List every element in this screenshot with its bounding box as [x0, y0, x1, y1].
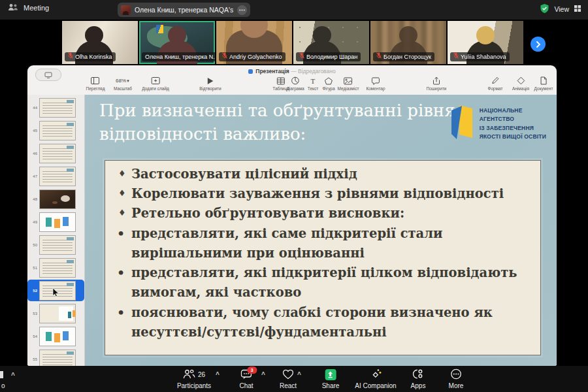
slide-thumb[interactable]: 46: [27, 142, 84, 164]
participant-tile[interactable]: Богдан Сторощук: [370, 21, 446, 64]
share-button[interactable]: Share: [322, 369, 340, 389]
participant-tile[interactable]: Andriy Golyachenko: [216, 21, 292, 64]
slide-mini-preview[interactable]: [39, 350, 76, 367]
chat-label: Chat: [239, 382, 253, 389]
slide-mini-preview[interactable]: [39, 304, 76, 323]
toolbar-share-button[interactable]: Поширити: [427, 76, 447, 91]
video-thumbnail-strip: Olha KorinskaОлена Книш, тренерка N...An…: [62, 21, 523, 64]
ai-companion-button[interactable]: AI Companion: [355, 369, 396, 389]
toolbar-media-button[interactable]: Медіазміст: [338, 76, 359, 91]
toolbar-format-button[interactable]: Формат: [487, 76, 502, 91]
view-label[interactable]: View: [554, 5, 569, 13]
keynote-app-icon: [248, 69, 253, 74]
bullet-marker: ♦: [118, 187, 126, 200]
speaker-more-icon[interactable]: [237, 5, 247, 15]
slide-thumb[interactable]: 44: [27, 97, 84, 118]
chat-caret[interactable]: ^: [261, 372, 265, 378]
slide-bullet: •представляти, які саме підкритерії стал…: [114, 224, 531, 263]
more-button[interactable]: More: [449, 369, 464, 389]
toolbar-document-button[interactable]: Документ: [534, 76, 553, 91]
window-title-text: Презентація: [255, 68, 289, 74]
slide-thumb[interactable]: 54: [27, 325, 84, 347]
react-caret[interactable]: ^: [297, 372, 301, 378]
participants-gallery-icon: [8, 3, 18, 12]
slide-mini-preview[interactable]: [39, 189, 76, 209]
slide-mini-preview[interactable]: [39, 235, 76, 255]
toolbar-chart-button[interactable]: Діаграма: [286, 76, 304, 91]
toolbar-share-icon: [433, 76, 440, 86]
toolbar-text-button[interactable]: TТекст: [308, 76, 318, 91]
slide-bullet: •пояснювати, чому слабкі сторони визначе…: [114, 303, 531, 342]
slide-thumbnail-sidebar[interactable]: 444546474849505152535455: [27, 95, 85, 366]
bullet-text: представляти, які саме підкритерії стали…: [131, 226, 442, 261]
slide-mini-preview[interactable]: [39, 212, 76, 232]
more-icon: [450, 368, 461, 381]
participant-tile[interactable]: Yuliia Shabanova: [448, 21, 523, 64]
slide-thumb[interactable]: 50: [27, 234, 84, 255]
toolbar-play-button[interactable]: Відтворити: [199, 76, 221, 91]
chat-button[interactable]: 3 Chat: [239, 369, 253, 389]
toolbar-zoom-button[interactable]: 68% ▼Масштаб: [114, 76, 132, 91]
participants-button[interactable]: 26 Participants: [177, 369, 211, 389]
slide-mini-preview[interactable]: [39, 98, 76, 118]
participant-tile[interactable]: Володимир Шаран: [293, 21, 369, 64]
encryption-shield-icon[interactable]: [540, 3, 549, 15]
apps-button[interactable]: Apps: [411, 369, 426, 389]
slide-thumb[interactable]: 45: [27, 120, 84, 141]
bullet-text: Застосовувати цілісний підхід: [131, 167, 357, 182]
slide-mini-preview[interactable]: [39, 258, 76, 278]
toolbar-play-icon: [207, 76, 214, 86]
bullet-text: Корелювати зауваження з рівнями відповід…: [131, 186, 504, 201]
slide-thumb[interactable]: 55: [27, 348, 84, 366]
clipped-video-icon[interactable]: [0, 371, 3, 378]
view-grid-icon[interactable]: [574, 5, 581, 14]
mic-muted-icon: [376, 52, 382, 61]
participant-tile[interactable]: Олена Книш, тренерка N...: [139, 21, 215, 64]
toolbar-document-icon: [540, 76, 547, 86]
mouse-cursor-icon: [52, 287, 59, 297]
zoom-level-value[interactable]: 68% ▼: [116, 76, 130, 86]
slide-number: 52: [29, 289, 37, 293]
slide-thumb[interactable]: 49: [27, 211, 84, 233]
next-page-arrow-button[interactable]: [531, 37, 546, 52]
toolbar-view-button[interactable]: Перегляд: [86, 76, 105, 91]
bullet-marker: •: [117, 303, 125, 322]
more-label: More: [449, 382, 464, 389]
slide-bullet: ♦Корелювати зауваження з рівнями відпові…: [114, 184, 531, 204]
share-label: Share: [322, 382, 340, 389]
participant-tile[interactable]: Olha Korinska: [62, 21, 138, 64]
slide-mini-preview[interactable]: [39, 121, 76, 140]
toolbar-media-label: Медіазміст: [338, 86, 359, 91]
bullet-marker: ♦: [118, 167, 126, 180]
toolbar-shape-label: Фігура: [322, 86, 335, 91]
slide-thumb[interactable]: 48: [27, 188, 84, 210]
window-view-button[interactable]: [35, 69, 61, 81]
active-speaker-pill[interactable]: Олена Книш, тренерка NAQA's: [118, 3, 250, 17]
slide-thumb-selected[interactable]: 52: [27, 280, 84, 301]
toolbar-format-icon: [491, 76, 499, 86]
toolbar-shape-button[interactable]: Фігура: [322, 76, 335, 91]
toolbar-add-slide-button[interactable]: Додати слайд: [142, 76, 169, 91]
keynote-window: Презентація — Відредаговано Перегляд68% …: [27, 65, 557, 366]
slide-number: 55: [29, 357, 37, 361]
clipped-video-caret[interactable]: ^: [11, 373, 15, 378]
slide-mini-preview[interactable]: [39, 167, 76, 186]
slide-mini-preview[interactable]: [39, 144, 76, 163]
slide-title: При визначенні та обґрунтуванні рівня ві…: [99, 99, 462, 146]
speaker-name: Олена Книш, тренерка NAQA's: [135, 6, 233, 14]
slide-mini-preview[interactable]: [39, 327, 76, 346]
heart-icon: [282, 369, 294, 381]
bullet-marker: ♦: [118, 206, 126, 220]
slide-thumb[interactable]: 53: [27, 302, 84, 324]
participants-label: Participants: [177, 382, 211, 389]
mic-muted-icon: [222, 52, 227, 61]
participants-caret[interactable]: ^: [216, 372, 220, 378]
slide-thumb[interactable]: 47: [27, 165, 84, 187]
toolbar-animate-button[interactable]: Анімація: [512, 76, 529, 91]
slide-number: 51: [29, 266, 37, 270]
react-button[interactable]: React: [280, 369, 297, 389]
slide-number: 44: [29, 106, 37, 110]
slide-thumb[interactable]: 51: [27, 257, 84, 278]
title-separator: —: [291, 68, 297, 74]
toolbar-comment-button[interactable]: Коментар: [366, 76, 385, 91]
